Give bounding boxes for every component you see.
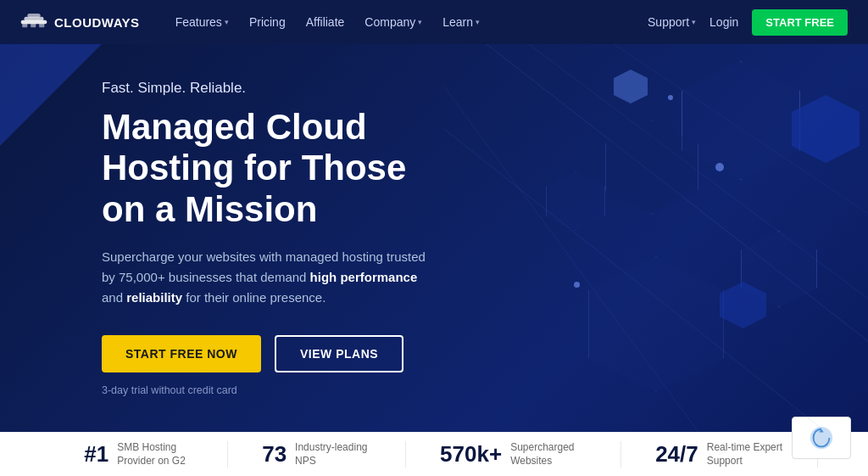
view-plans-button[interactable]: VIEW PLANS [275,335,403,372]
stat-item-support: 24/7 Real-time Expert Support [621,441,818,468]
stat-item-websites: 570k+ Supercharged Websites [406,441,621,468]
nav-pricing[interactable]: Pricing [241,10,294,34]
nav-company[interactable]: Company ▾ [356,10,431,34]
stat-number: 24/7 [655,441,698,468]
stat-label: Supercharged Websites [510,441,587,468]
dot-decoration [668,95,673,100]
stat-number: 570k+ [440,441,502,468]
nav-right-actions: Support ▾ Login START FREE [648,9,848,36]
hero-subtitle: Fast. Simple. Reliable. [102,80,441,97]
nav-support[interactable]: Support ▾ [648,15,696,29]
stat-label: Industry-leading NPS [295,441,371,468]
stat-item-nps: 73 Industry-leading NPS [228,441,406,468]
stat-label: Real-time Expert Support [707,441,783,468]
nav-features[interactable]: Features ▾ [167,10,237,34]
stat-item-rank: #1 SMB Hosting Provider on G2 [50,441,228,468]
svg-rect-4 [31,24,36,28]
stats-bar: #1 SMB Hosting Provider on G2 73 Industr… [0,432,868,476]
dot-decoration [574,282,580,288]
cloudways-logo-icon [20,14,47,31]
nav-affiliate[interactable]: Affiliate [298,10,353,34]
trial-note: 3-day trial without credit card [102,384,441,396]
navbar: CLOUDWAYS Features ▾ Pricing Affiliate C… [0,0,868,44]
hero-cta-buttons: START FREE NOW VIEW PLANS [102,335,441,372]
nav-start-free-button[interactable]: START FREE [752,9,848,36]
nav-login[interactable]: Login [709,15,738,29]
hero-description: Supercharge your websites with managed h… [102,247,441,308]
svg-rect-2 [27,14,40,18]
hex-decorations [444,44,868,432]
hero-content: Fast. Simple. Reliable. Managed Cloud Ho… [0,80,492,396]
hero-graphics [444,44,868,432]
svg-rect-5 [39,24,44,28]
start-free-now-button[interactable]: START FREE NOW [102,335,261,372]
stat-label: SMB Hosting Provider on G2 [117,441,193,468]
hero-section: Fast. Simple. Reliable. Managed Cloud Ho… [0,44,868,432]
chevron-down-icon: ▾ [418,18,422,26]
stat-number: #1 [84,441,108,468]
logo[interactable]: CLOUDWAYS [20,14,140,31]
dot-decoration [715,163,724,171]
brand-name: CLOUDWAYS [54,15,140,30]
nav-links: Features ▾ Pricing Affiliate Company ▾ L… [167,10,648,34]
chevron-down-icon: ▾ [225,18,229,26]
hero-title: Managed Cloud Hosting for Those on a Mis… [102,107,441,230]
stat-number: 73 [262,441,287,468]
chevron-down-icon: ▾ [476,18,480,26]
svg-rect-3 [22,24,27,28]
nav-learn[interactable]: Learn ▾ [434,10,488,34]
chevron-down-icon: ▾ [692,18,696,26]
